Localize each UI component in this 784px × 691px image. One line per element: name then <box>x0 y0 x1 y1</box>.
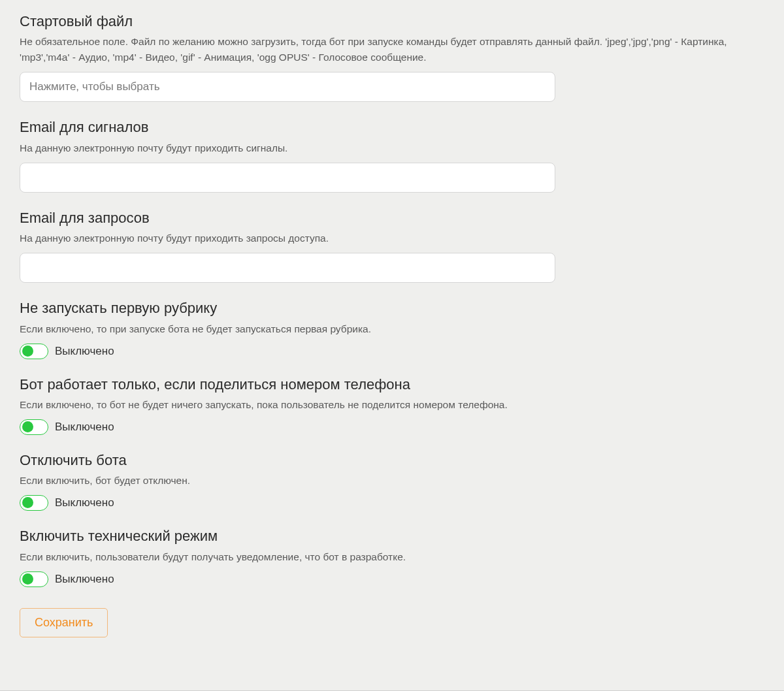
start-file-placeholder: Нажмите, чтобы выбрать <box>29 80 160 93</box>
no-first-rubric-title: Не запускать первую рубрику <box>20 300 764 317</box>
tech-mode-description: Если включить, пользователи будут получа… <box>20 549 758 565</box>
toggle-knob-icon <box>22 497 33 508</box>
no-first-rubric-description: Если включено, то при запуске бота не бу… <box>20 321 758 337</box>
email-signals-group: Email для сигналов На данную электронную… <box>20 119 764 192</box>
require-phone-description: Если включено, то бот не будет ничего за… <box>20 397 758 413</box>
toggle-knob-icon <box>22 346 33 357</box>
disable-bot-state: Выключено <box>55 496 114 509</box>
start-file-select[interactable]: Нажмите, чтобы выбрать <box>20 72 555 102</box>
email-requests-description: На данную электронную почту будут приход… <box>20 231 758 246</box>
tech-mode-toggle-row: Выключено <box>20 571 764 587</box>
email-signals-description: На данную электронную почту будут приход… <box>20 140 758 156</box>
require-phone-toggle-row: Выключено <box>20 419 764 435</box>
require-phone-title: Бот работает только, если поделиться ном… <box>20 376 764 393</box>
start-file-description: Не обязательное поле. Файл по желанию мо… <box>20 34 758 65</box>
tech-mode-toggle[interactable] <box>20 571 48 587</box>
email-signals-title: Email для сигналов <box>20 119 764 136</box>
no-first-rubric-state: Выключено <box>55 345 114 358</box>
email-requests-title: Email для запросов <box>20 210 764 227</box>
save-button[interactable]: Сохранить <box>20 608 108 637</box>
email-requests-group: Email для запросов На данную электронную… <box>20 210 764 283</box>
require-phone-state: Выключено <box>55 421 114 434</box>
disable-bot-group: Отключить бота Если включить, бот будет … <box>20 452 764 511</box>
no-first-rubric-group: Не запускать первую рубрику Если включен… <box>20 300 764 359</box>
disable-bot-title: Отключить бота <box>20 452 764 469</box>
disable-bot-toggle-row: Выключено <box>20 495 764 511</box>
tech-mode-state: Выключено <box>55 573 114 586</box>
no-first-rubric-toggle-row: Выключено <box>20 344 764 359</box>
tech-mode-group: Включить технический режим Если включить… <box>20 528 764 587</box>
toggle-knob-icon <box>22 421 33 432</box>
disable-bot-description: Если включить, бот будет отключен. <box>20 473 758 489</box>
toggle-knob-icon <box>22 573 33 585</box>
email-signals-input[interactable] <box>20 163 555 193</box>
require-phone-group: Бот работает только, если поделиться ном… <box>20 376 764 435</box>
require-phone-toggle[interactable] <box>20 419 48 435</box>
start-file-title: Стартовый файл <box>20 13 764 30</box>
start-file-group: Стартовый файл Не обязательное поле. Фай… <box>20 13 764 102</box>
tech-mode-title: Включить технический режим <box>20 528 764 545</box>
no-first-rubric-toggle[interactable] <box>20 344 48 359</box>
disable-bot-toggle[interactable] <box>20 495 48 511</box>
email-requests-input[interactable] <box>20 253 555 283</box>
